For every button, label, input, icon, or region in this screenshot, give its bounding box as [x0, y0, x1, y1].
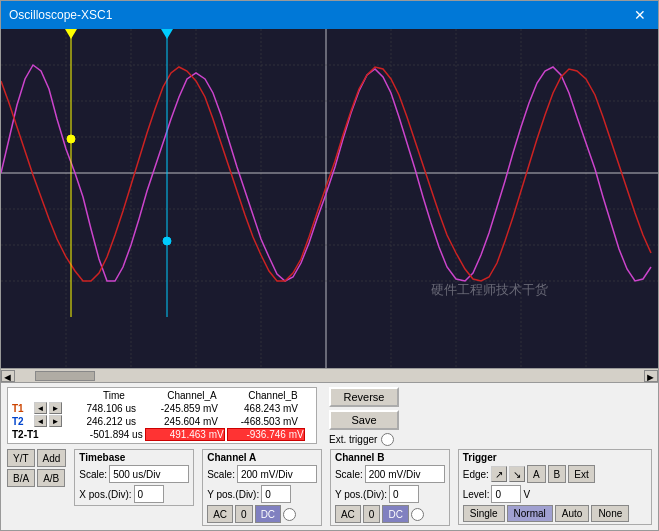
channel-a-scale-input[interactable]	[237, 465, 317, 483]
trigger-level-input[interactable]	[491, 485, 521, 503]
channel-b-scale-label: Scale:	[335, 469, 363, 480]
reverse-button[interactable]: Reverse	[329, 387, 399, 407]
ext-trigger-row: Ext. trigger	[329, 433, 399, 446]
channel-a-dc-btn[interactable]: DC	[255, 505, 281, 523]
trigger-mode-row: Single Normal Auto None	[463, 505, 647, 522]
ext-trigger-label: Ext. trigger	[329, 434, 377, 445]
trigger-level-label: Level:	[463, 489, 490, 500]
controls-area: Time Channel_A Channel_B T1 ◄ ► 748.106 …	[1, 382, 658, 530]
yaxis-mode-panel: Y/T Add B/A A/B	[7, 449, 66, 487]
channel-a-panel: Channel A Scale: Y pos.(Div): AC 0 DC	[202, 449, 322, 526]
trigger-normal-btn[interactable]: Normal	[507, 505, 553, 522]
trigger-a-btn[interactable]: A	[527, 465, 546, 483]
channel-a-ac-btn[interactable]: AC	[207, 505, 233, 523]
header-channel-a: Channel_A	[152, 390, 232, 401]
trigger-fall-btn[interactable]: ↘	[509, 466, 525, 482]
t2-label: T2	[12, 416, 32, 427]
window-title: Oscilloscope-XSC1	[9, 8, 112, 22]
t1-time: 748.106 us	[64, 403, 136, 414]
channel-a-coupling-row: AC 0 DC	[207, 505, 317, 523]
trigger-panel: Trigger Edge: ↗ ↘ A B Ext Level: V Singl…	[458, 449, 652, 525]
diff-label: T2-T1	[12, 429, 39, 440]
t2-next-btn[interactable]: ►	[49, 415, 62, 427]
channel-a-radio[interactable]	[283, 508, 296, 521]
ba-button[interactable]: B/A	[7, 469, 35, 487]
channel-a-title: Channel A	[207, 452, 317, 463]
measurement-panel: Time Channel_A Channel_B T1 ◄ ► 748.106 …	[7, 387, 317, 444]
right-panel: Reverse Save Ext. trigger	[329, 387, 399, 446]
settings-row: Y/T Add B/A A/B Timebase Scale: X pos.(D…	[7, 449, 652, 526]
timebase-xpos-input[interactable]	[134, 485, 164, 503]
diff-time: -501.894 us	[71, 429, 143, 440]
yaxis-row1: Y/T Add	[7, 449, 66, 467]
measurements-row: Time Channel_A Channel_B T1 ◄ ► 748.106 …	[7, 387, 652, 446]
trigger-level-unit: V	[523, 489, 530, 500]
timebase-xpos-label: X pos.(Div):	[79, 489, 131, 500]
channel-b-title: Channel B	[335, 452, 445, 463]
diff-row: T2-T1 -501.894 us 491.463 mV -936.746 mV	[12, 428, 312, 441]
scroll-left-btn[interactable]: ◄	[1, 370, 15, 382]
channel-a-ypos-label: Y pos.(Div):	[207, 489, 259, 500]
channel-b-ypos-input[interactable]	[389, 485, 419, 503]
channel-a-ypos-input[interactable]	[261, 485, 291, 503]
svg-point-21	[67, 135, 75, 143]
trigger-level-row: Level: V	[463, 485, 647, 503]
titlebar: Oscilloscope-XSC1 ✕	[1, 1, 658, 29]
t2-row: T2 ◄ ► 246.212 us 245.604 mV -468.503 mV	[12, 415, 312, 427]
horizontal-scrollbar[interactable]: ◄ ►	[1, 368, 658, 382]
save-button[interactable]: Save	[329, 410, 399, 430]
trigger-rise-btn[interactable]: ↗	[491, 466, 507, 482]
trigger-edge-label: Edge:	[463, 469, 489, 480]
channel-a-scale-row: Scale:	[207, 465, 317, 483]
t1-label: T1	[12, 403, 32, 414]
t1-next-btn[interactable]: ►	[49, 402, 62, 414]
header-time: Time	[78, 390, 150, 401]
t1-ch-b: 468.243 mV	[220, 403, 298, 414]
channel-b-ac-btn[interactable]: AC	[335, 505, 361, 523]
channel-b-zero-btn[interactable]: 0	[363, 505, 381, 523]
yaxis-row2: B/A A/B	[7, 469, 66, 487]
t1-ch-a: -245.859 mV	[138, 403, 218, 414]
timebase-title: Timebase	[79, 452, 189, 463]
t1-row: T1 ◄ ► 748.106 us -245.859 mV 468.243 mV	[12, 402, 312, 414]
scroll-thumb[interactable]	[35, 371, 95, 381]
trigger-ext-btn[interactable]: Ext	[568, 465, 594, 483]
timebase-panel: Timebase Scale: X pos.(Div):	[74, 449, 194, 506]
channel-b-ypos-label: Y pos.(Div):	[335, 489, 387, 500]
close-button[interactable]: ✕	[630, 5, 650, 25]
channel-a-ypos-row: Y pos.(Div):	[207, 485, 317, 503]
yt-button[interactable]: Y/T	[7, 449, 35, 467]
channel-a-zero-btn[interactable]: 0	[235, 505, 253, 523]
channel-b-scale-input[interactable]	[365, 465, 445, 483]
trigger-b-btn[interactable]: B	[548, 465, 567, 483]
t2-ch-a: 245.604 mV	[138, 416, 218, 427]
ext-trigger-radio[interactable]	[381, 433, 394, 446]
trigger-title: Trigger	[463, 452, 647, 463]
svg-point-22	[163, 237, 171, 245]
timebase-scale-input[interactable]	[109, 465, 189, 483]
t2-ch-b: -468.503 mV	[220, 416, 298, 427]
channel-b-dc-btn[interactable]: DC	[382, 505, 408, 523]
measurement-header: Time Channel_A Channel_B	[12, 390, 312, 401]
trigger-edge-row: Edge: ↗ ↘ A B Ext	[463, 465, 647, 483]
scroll-right-btn[interactable]: ►	[644, 370, 658, 382]
oscilloscope-window: Oscilloscope-XSC1 ✕	[0, 0, 659, 531]
t2-time: 246.212 us	[64, 416, 136, 427]
ab-button[interactable]: A/B	[37, 469, 65, 487]
t1-prev-btn[interactable]: ◄	[34, 402, 47, 414]
diff-ch-b: -936.746 mV	[227, 428, 305, 441]
scope-display: 硬件工程师技术干货	[1, 29, 658, 368]
channel-b-coupling-row: AC 0 DC	[335, 505, 445, 523]
header-channel-b: Channel_B	[234, 390, 312, 401]
timebase-scale-label: Scale:	[79, 469, 107, 480]
channel-b-radio[interactable]	[411, 508, 424, 521]
watermark: 硬件工程师技术干货	[431, 282, 548, 297]
channel-a-scale-label: Scale:	[207, 469, 235, 480]
channel-b-scale-row: Scale:	[335, 465, 445, 483]
t2-prev-btn[interactable]: ◄	[34, 415, 47, 427]
add-button[interactable]: Add	[37, 449, 67, 467]
trigger-none-btn[interactable]: None	[591, 505, 629, 522]
trigger-auto-btn[interactable]: Auto	[555, 505, 590, 522]
trigger-single-btn[interactable]: Single	[463, 505, 505, 522]
channel-b-panel: Channel B Scale: Y pos.(Div): AC 0 DC	[330, 449, 450, 526]
